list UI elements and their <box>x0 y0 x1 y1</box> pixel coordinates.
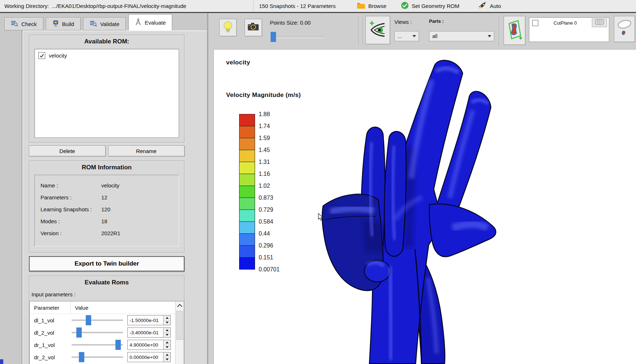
working-directory-label: Working Directory: <box>4 3 49 9</box>
delete-cutplane-button[interactable] <box>592 18 607 27</box>
rom-checkbox[interactable] <box>38 52 45 59</box>
parameter-slider[interactable] <box>70 339 124 351</box>
parameter-slider[interactable] <box>70 326 124 339</box>
views-eye-button[interactable] <box>365 16 390 44</box>
parameter-value-spinbox[interactable]: -1.50000e-01 <box>127 315 171 325</box>
tab-evaluate[interactable]: Evaluate <box>128 14 172 30</box>
visibility-button[interactable] <box>614 16 635 42</box>
light-toggle-button[interactable] <box>219 19 237 36</box>
top-bar: Working Directory: .../EKA01/Desktop/rbp… <box>0 0 636 13</box>
info-value: 18 <box>101 218 107 224</box>
rom-list-item[interactable]: velocity <box>35 49 179 59</box>
browse-button[interactable]: Browse <box>357 0 386 12</box>
info-label: Version : <box>41 230 101 236</box>
parts-label: Parts : <box>429 18 444 24</box>
column-parameter: Parameter <box>30 301 70 314</box>
table-scrollbar[interactable] <box>175 301 184 364</box>
working-directory-path: .../EKA01/Desktop/rbp-output-FINAL/veloc… <box>52 3 186 9</box>
viewport-3d[interactable]: velocity Velocity Magnitude (m/s) 1.881.… <box>213 49 636 364</box>
list-search-icon <box>11 20 18 28</box>
camera-icon <box>247 22 259 33</box>
chevron-down-icon <box>412 35 416 37</box>
scrollbar-up-icon[interactable] <box>175 301 184 310</box>
spin-buttons[interactable] <box>163 340 170 350</box>
rename-button[interactable]: Rename <box>108 145 185 156</box>
mouse-cursor <box>318 213 324 221</box>
taskbar-peek <box>0 359 3 364</box>
spin-buttons[interactable] <box>163 352 170 362</box>
rocket-icon <box>478 1 487 11</box>
info-row: Version :2022R1 <box>41 227 179 239</box>
parameter-slider[interactable] <box>70 314 124 326</box>
right-panel: Points Size: 0.00 Views : ... Parts : al… <box>208 13 636 364</box>
set-geometry-rom-button[interactable]: Set Geometry ROM <box>401 0 459 12</box>
tab-build[interactable]: Build <box>46 17 81 30</box>
slider-track[interactable] <box>272 36 324 38</box>
slider-handle[interactable] <box>86 315 91 325</box>
points-size-label: Points Size: 0.00 <box>270 20 311 26</box>
parts-dropdown[interactable]: all <box>429 31 494 41</box>
views-label: Views : <box>394 19 412 25</box>
parameter-value-spinbox[interactable]: -3.40000e-01 <box>127 327 171 338</box>
views-value: ... <box>398 33 402 39</box>
points-size-slider[interactable] <box>271 31 326 43</box>
cutplane-checkbox[interactable] <box>532 20 538 26</box>
parameter-name: dr_1_vol <box>30 342 70 348</box>
eye-plus-icon <box>369 19 387 41</box>
compass-icon <box>135 18 141 27</box>
slider-handle[interactable] <box>79 352 84 362</box>
add-cutplane-button[interactable] <box>504 16 525 45</box>
available-rom-groupbox: Available ROM: velocity <box>29 35 185 143</box>
tab-check[interactable]: Check <box>4 17 43 30</box>
tab-validate[interactable]: Validate <box>83 17 126 30</box>
build-icon <box>52 20 59 28</box>
parameter-value-spinbox[interactable]: 4.90000e+00 <box>127 340 171 350</box>
column-value: Value <box>70 301 184 314</box>
info-label: Modes : <box>41 218 101 224</box>
eraser-icon <box>595 19 604 26</box>
tab-bar: CheckBuildValidateEvaluate <box>4 14 172 30</box>
spin-down-icon <box>164 345 170 350</box>
parameter-slider[interactable] <box>70 351 124 363</box>
snapshots-info: 150 Snapshots - 12 Parameters <box>259 0 336 12</box>
parameter-name: dr_2_vol <box>30 354 70 360</box>
spin-buttons[interactable] <box>163 328 170 337</box>
evaluate-roms-title: Evaluate Roms <box>29 276 184 286</box>
slider-handle[interactable] <box>76 327 82 338</box>
spin-up-icon <box>164 340 170 345</box>
lightbulb-icon <box>222 21 233 34</box>
parameter-row: dl_2_vol-3.40000e-01 <box>30 326 184 339</box>
cutplane-item-label: CutPlane 0 <box>554 20 577 26</box>
parameter-value: -3.40000e-01 <box>128 328 163 337</box>
spin-up-icon <box>164 328 170 333</box>
slider-handle[interactable] <box>115 340 121 350</box>
slider-handle[interactable] <box>271 32 276 42</box>
info-label: Parameters : <box>41 194 101 200</box>
rom-item-label: velocity <box>49 52 67 59</box>
parameter-name: dl_2_vol <box>30 330 70 336</box>
spin-buttons[interactable] <box>163 316 170 325</box>
rom-information-groupbox: ROM Information Name :velocityParameters… <box>29 161 185 253</box>
screenshot-button[interactable] <box>245 19 262 36</box>
info-label: Learning Snapshots : <box>41 206 101 212</box>
export-to-twin-builder-button[interactable]: Export to Twin builder <box>29 256 185 271</box>
info-value: velocity <box>101 182 119 189</box>
cutplane-item[interactable]: CutPlane 0 <box>529 18 609 28</box>
info-value: 2022R1 <box>101 230 120 236</box>
evaluate-tab-panel: Available ROM: velocity Delete Rename RO… <box>22 30 207 364</box>
cutplane-list: CutPlane 0 <box>529 17 609 42</box>
scrollbar-thumb[interactable] <box>176 311 183 340</box>
parameter-value-spinbox[interactable]: 0.00000e+00 <box>127 352 171 362</box>
spin-down-icon <box>164 357 170 362</box>
cutplane-icon <box>506 20 522 41</box>
parts-value: all <box>432 33 437 39</box>
toolbar-separator <box>362 17 363 46</box>
vessel-geometry <box>214 50 636 364</box>
auto-button[interactable]: Auto <box>478 0 501 12</box>
info-label: Name : <box>41 182 101 189</box>
views-dropdown[interactable]: ... <box>394 31 419 41</box>
toolbar-separator <box>499 17 499 46</box>
available-rom-title: Available ROM: <box>29 35 184 45</box>
delete-button[interactable]: Delete <box>29 145 106 156</box>
available-rom-list[interactable]: velocity <box>34 49 179 138</box>
